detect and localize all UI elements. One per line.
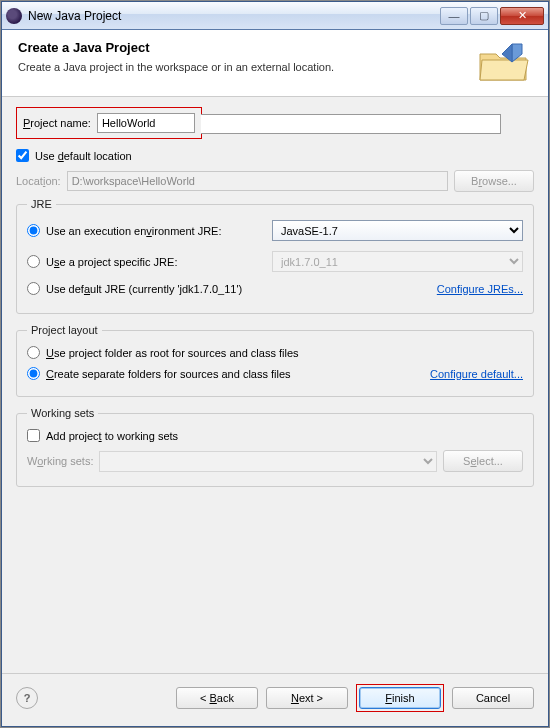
- project-name-input[interactable]: [97, 113, 195, 133]
- configure-jres-link[interactable]: Configure JREs...: [437, 283, 523, 295]
- project-layout-legend: Project layout: [27, 324, 102, 336]
- exec-env-radio[interactable]: [27, 224, 40, 237]
- project-jre-radio[interactable]: [27, 255, 40, 268]
- use-default-location-checkbox[interactable]: [16, 149, 29, 162]
- use-default-location-row: Use default location: [16, 149, 534, 162]
- layout-root-radio[interactable]: [27, 346, 40, 359]
- header-title: Create a Java Project: [18, 40, 476, 55]
- dialog-window: New Java Project — ▢ ✕ Create a Java Pro…: [1, 1, 549, 727]
- cancel-button[interactable]: Cancel: [452, 687, 534, 709]
- working-sets-select: [99, 451, 437, 472]
- close-button[interactable]: ✕: [500, 7, 544, 25]
- configure-default-link[interactable]: Configure default...: [430, 368, 523, 380]
- java-project-icon: [476, 40, 532, 84]
- project-jre-select: jdk1.7.0_11: [272, 251, 523, 272]
- working-sets-legend: Working sets: [27, 407, 98, 419]
- eclipse-icon: [6, 8, 22, 24]
- exec-env-label: Use an execution environment JRE:: [46, 225, 266, 237]
- select-working-sets-button: Select...: [443, 450, 523, 472]
- next-button[interactable]: Next >: [266, 687, 348, 709]
- layout-separate-label: Create separate folders for sources and …: [46, 368, 424, 380]
- jre-legend: JRE: [27, 198, 56, 210]
- wizard-footer: ? < Back Next > Finish Cancel: [2, 673, 548, 726]
- working-sets-label: Working sets:: [27, 455, 93, 467]
- jre-group: JRE Use an execution environment JRE: Ja…: [16, 198, 534, 314]
- minimize-button[interactable]: —: [440, 7, 468, 25]
- finish-button[interactable]: Finish: [359, 687, 441, 709]
- back-button[interactable]: < Back: [176, 687, 258, 709]
- location-label: Location:: [16, 175, 61, 187]
- project-name-input-ext[interactable]: [201, 114, 501, 134]
- finish-highlight: Finish: [356, 684, 444, 712]
- layout-separate-radio[interactable]: [27, 367, 40, 380]
- window-title: New Java Project: [28, 9, 440, 23]
- project-jre-label: Use a project specific JRE:: [46, 256, 266, 268]
- maximize-button[interactable]: ▢: [470, 7, 498, 25]
- wizard-header: Create a Java Project Create a Java proj…: [2, 30, 548, 97]
- browse-button: Browse...: [454, 170, 534, 192]
- project-name-label: Project name:: [23, 117, 91, 129]
- layout-root-label: Use project folder as root for sources a…: [46, 347, 299, 359]
- add-to-working-sets-label: Add project to working sets: [46, 430, 178, 442]
- titlebar[interactable]: New Java Project — ▢ ✕: [2, 2, 548, 30]
- header-subtitle: Create a Java project in the workspace o…: [18, 61, 476, 73]
- working-sets-group: Working sets Add project to working sets…: [16, 407, 534, 487]
- exec-env-select[interactable]: JavaSE-1.7: [272, 220, 523, 241]
- use-default-location-label: Use default location: [35, 150, 132, 162]
- location-input: [67, 171, 448, 191]
- default-jre-label: Use default JRE (currently 'jdk1.7.0_11'…: [46, 283, 431, 295]
- project-name-row: Project name:: [16, 107, 534, 139]
- project-layout-group: Project layout Use project folder as roo…: [16, 324, 534, 397]
- add-to-working-sets-checkbox[interactable]: [27, 429, 40, 442]
- help-icon[interactable]: ?: [16, 687, 38, 709]
- default-jre-radio[interactable]: [27, 282, 40, 295]
